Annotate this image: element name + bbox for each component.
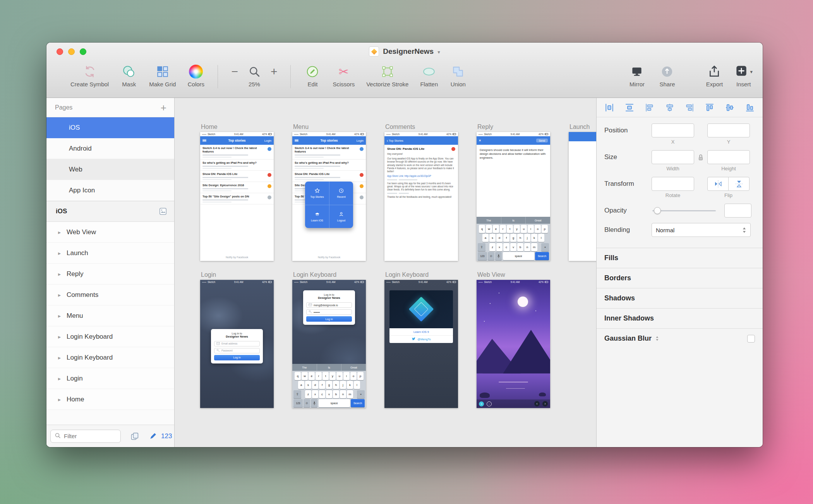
layer-item-home[interactable]: ▸Home [46,389,174,410]
filter-field[interactable] [50,430,121,443]
create-symbol-button[interactable]: Create Symbol [70,63,109,87]
canvas[interactable]: Home •••••Sketch 9:41 AM 42% Top stories… [175,98,596,447]
opacity-slider[interactable] [652,204,717,218]
artboard-launch[interactable]: Launch [569,123,596,261]
section-inner-shadows: Inner Shadows [597,308,763,328]
disclosure-icon[interactable]: ▸ [58,375,61,382]
layer-item-launch[interactable]: ▸Launch [46,243,174,264]
layer-item-login-keyboard-1[interactable]: ▸Login Keyboard [46,326,174,347]
artboard-frame-login[interactable]: •••••Sketch 9:41 AM 42% Log in to Design… [200,280,274,408]
mask-button[interactable]: Mask [120,63,137,87]
disclosure-icon[interactable]: ▸ [58,292,61,298]
disclosure-icon[interactable]: ▸ [58,250,61,256]
artboard-login-keyboard-2[interactable]: Login Keyboard •••••Sketch 9:41 AM 42% L… [384,271,458,408]
artboard-reply[interactable]: Reply •••••Sketch 9:41 AM 42% × Send Des… [477,123,550,261]
disclosure-icon[interactable]: ▸ [58,396,61,403]
artboard-login-keyboard[interactable]: Login Keyboard •••••Sketch 9:41 AM 42% L… [292,271,366,408]
edit-button[interactable]: Edit [304,63,321,87]
make-grid-button[interactable]: Make Grid [149,63,176,87]
layer-item-menu[interactable]: ▸Menu [46,305,174,326]
artboard-label-menu[interactable]: Menu [292,123,366,132]
story-badge [360,184,364,188]
distribute-horizontally-button[interactable] [604,102,615,113]
artboard-label-login[interactable]: Login [200,271,274,280]
artboard-label-home[interactable]: Home [200,123,274,132]
artboard-web-view[interactable]: Web View •••••Sketch 9:41 AM 42% [477,271,550,408]
rotate-input[interactable] [652,177,694,191]
artboard-frame-login-keyboard[interactable]: •••••Sketch 9:41 AM 42% Log in to Design… [292,280,366,408]
layer-item-web-view[interactable]: ▸Web View [46,222,174,243]
close-button[interactable] [57,48,63,55]
flip-vertical-button[interactable] [728,177,750,191]
disclosure-icon[interactable]: ▸ [58,271,61,277]
duplicate-pages-icon[interactable] [130,432,139,441]
mirror-button[interactable]: Mirror [628,63,645,87]
slider-knob[interactable] [654,207,661,214]
align-bottom-button[interactable] [744,102,756,113]
zoom-in-button[interactable]: + [271,63,278,80]
zoom-out-button[interactable]: − [231,63,238,80]
insert-button[interactable]: ▾ Insert [734,63,753,87]
share-button[interactable]: Share [659,63,676,87]
lock-proportions-icon[interactable] [694,150,707,161]
artboard-comments[interactable]: Comments •••••Sketch 9:41 AM 42% ‹Top St… [384,123,458,261]
artboard-login[interactable]: Login •••••Sketch 9:41 AM 42% Log in to … [200,271,274,408]
zoom-tool[interactable]: 25% [246,63,263,87]
layer-item-reply[interactable]: ▸Reply [46,264,174,285]
page-item-android[interactable]: Android [46,138,174,159]
artboard-frame-menu[interactable]: •••••Sketch 9:41 AM 42% Top stories Logi… [292,132,366,261]
union-button[interactable]: Union [449,63,467,87]
disclosure-icon[interactable]: ▸ [58,334,61,340]
page-item-ios[interactable]: iOS [46,117,174,138]
insert-caret-icon[interactable]: ▾ [750,69,753,75]
artboard-home[interactable]: Home •••••Sketch 9:41 AM 42% Top stories… [200,123,274,261]
position-x-input[interactable] [652,123,694,137]
artboard-label-login-keyboard[interactable]: Login Keyboard [292,271,366,280]
page-item-app-icon[interactable]: App Icon [46,180,174,201]
opacity-input[interactable] [724,204,751,218]
disclosure-icon[interactable]: ▸ [58,313,61,319]
artboard-frame-home[interactable]: •••••Sketch 9:41 AM 42% Top stories Logi… [200,132,274,261]
layer-item-login-keyboard-2[interactable]: ▸Login Keyboard [46,347,174,368]
artboard-frame-launch[interactable] [569,132,596,261]
title-chevron-icon[interactable]: ▾ [437,49,440,55]
scissors-button[interactable]: ✂ Scissors [333,63,355,87]
distribute-vertically-button[interactable] [624,102,635,113]
artboard-label-comments[interactable]: Comments [384,123,458,132]
layer-item-comments[interactable]: ▸Comments [46,285,174,305]
artboard-label-reply[interactable]: Reply [477,123,550,132]
artboard-frame-web-view[interactable]: •••••Sketch 9:41 AM 42% [477,280,550,408]
flatten-button[interactable]: Flatten [420,63,438,87]
height-input[interactable] [707,150,750,164]
vectorize-stroke-button[interactable]: Vectorize Stroke [366,63,408,87]
width-input[interactable] [652,150,694,164]
align-middle-vertical-button[interactable] [724,102,736,113]
add-page-button[interactable]: + [161,103,166,113]
fullscreen-button[interactable] [80,48,86,55]
artboard-menu[interactable]: Menu •••••Sketch 9:41 AM 42% Top stories… [292,123,366,261]
page-item-web[interactable]: Web [46,159,174,180]
artboard-label-web-view[interactable]: Web View [477,271,550,280]
align-center-horizontal-button[interactable] [664,102,676,113]
artboard-label-launch[interactable]: Launch [569,123,596,132]
artboard-frame-login-keyboard-2[interactable]: •••••Sketch 9:41 AM 42% Learn iOS 9 @Men… [384,280,458,408]
export-button[interactable]: Export [706,63,723,87]
disclosure-icon[interactable]: ▸ [58,355,61,361]
artboard-frame-reply[interactable]: •••••Sketch 9:41 AM 42% × Send Designers… [477,132,550,261]
blending-dropdown[interactable]: Normal [652,223,751,237]
disclosure-icon[interactable]: ▸ [58,229,61,235]
layer-item-login[interactable]: ▸Login [46,368,174,389]
colors-button[interactable]: Colors [187,63,204,87]
align-right-button[interactable] [684,102,695,113]
blur-type-stepper-icon[interactable] [655,336,659,341]
minimize-button[interactable] [68,48,75,55]
align-top-button[interactable] [704,102,715,113]
artboard-frame-comments[interactable]: •••••Sketch 9:41 AM 42% ‹Top Stories Sho… [384,132,458,261]
position-y-input[interactable] [707,123,750,137]
artboard-label-login-keyboard-2[interactable]: Login Keyboard [384,271,458,280]
gaussian-blur-checkbox[interactable] [747,335,755,343]
flip-horizontal-button[interactable] [707,177,729,191]
align-left-button[interactable] [644,102,655,113]
filter-input[interactable] [64,433,117,439]
pencil-count-icon[interactable] [149,432,157,441]
